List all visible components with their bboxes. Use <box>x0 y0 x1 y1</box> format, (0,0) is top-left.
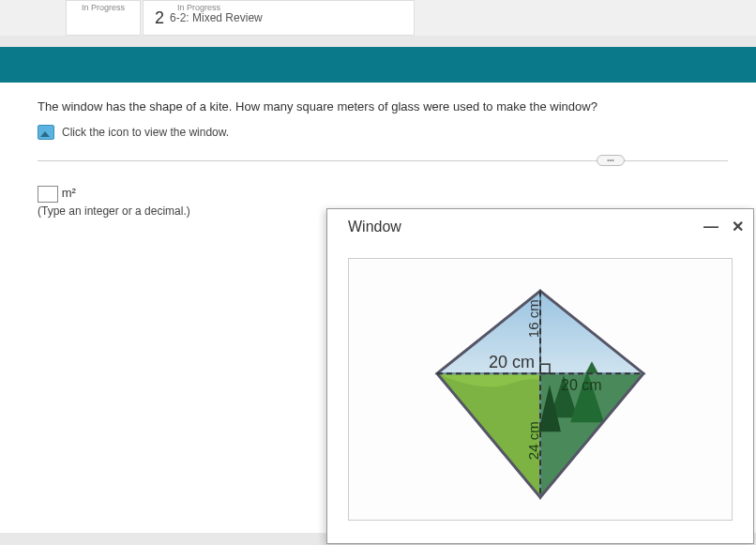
answer-unit: m² <box>62 186 76 200</box>
figure-container: 20 cm 20 cm 16 cm 24 cm <box>348 258 733 521</box>
tab-status: In Progress <box>82 3 125 12</box>
label-right: 20 cm <box>561 377 602 393</box>
tab-number: 2 <box>155 8 164 28</box>
window-popup: Window — ✕ <box>326 208 754 544</box>
popup-title: Window <box>348 219 401 235</box>
kite-diagram: 20 cm 20 cm 16 cm 24 cm <box>400 272 681 516</box>
icon-prompt-text: Click the icon to view the window. <box>62 126 229 139</box>
close-button[interactable]: ✕ <box>732 220 744 235</box>
minimize-button[interactable]: — <box>703 220 718 235</box>
tab-title: 6-2: Mixed Review <box>170 11 263 24</box>
question-text: The window has the shape of a kite. How … <box>38 99 728 114</box>
tab-status: In Progress <box>177 3 220 12</box>
label-left: 20 cm <box>489 353 535 371</box>
tab-prev[interactable]: In Progress <box>66 0 141 36</box>
label-top: 16 cm <box>525 299 541 338</box>
popup-header: Window — ✕ <box>327 209 753 241</box>
tab-current[interactable]: In Progress 2 6-2: Mixed Review <box>143 0 415 36</box>
header-bar <box>0 47 756 83</box>
answer-input[interactable] <box>38 186 58 203</box>
label-bottom: 24 cm <box>525 421 541 460</box>
picture-icon <box>38 125 54 140</box>
divider-handle[interactable]: ••• <box>597 155 625 166</box>
tab-bar: In Progress In Progress 2 6-2: Mixed Rev… <box>0 0 756 36</box>
view-window-link[interactable]: Click the icon to view the window. <box>38 125 728 140</box>
